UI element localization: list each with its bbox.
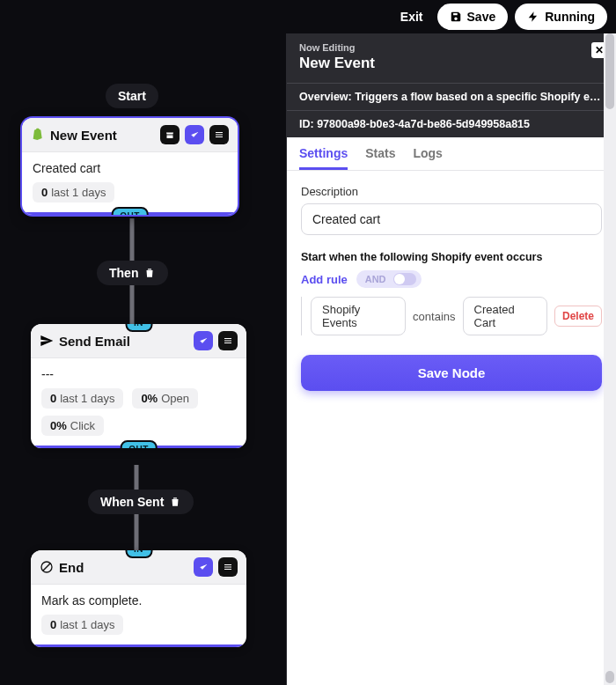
block-icon <box>40 560 54 574</box>
node-new-event[interactable]: New Event Created cart 0last 1 days Out <box>22 118 238 215</box>
rule-field-select[interactable]: Shopify Events <box>311 297 406 335</box>
node-action-menu-icon[interactable] <box>218 331 238 350</box>
send-icon <box>40 334 54 348</box>
node-metric: 0%Click <box>41 416 104 436</box>
port-in[interactable]: In <box>125 550 152 558</box>
node-description: Created cart <box>33 161 227 175</box>
add-rule-button[interactable]: Add rule <box>301 273 348 286</box>
node-body: Mark as complete. 0last 1 days <box>31 585 246 647</box>
node-end[interactable]: In End Mark as complete. 0last 1 days <box>31 550 246 647</box>
node-header: New Event <box>22 118 238 152</box>
panel-overview-row: Overview: Triggers a flow based on a spe… <box>287 83 616 110</box>
rule-delete-button[interactable]: Delete <box>554 306 602 327</box>
toggle-icon <box>393 273 416 285</box>
node-metric: 0%Open <box>132 388 198 409</box>
description-input[interactable] <box>301 203 602 235</box>
description-label: Description <box>301 185 602 198</box>
node-body: --- 0last 1 days 0%Open 0%Click Out <box>31 358 246 448</box>
trash-icon[interactable] <box>169 496 181 508</box>
node-description: Mark as complete. <box>41 593 236 608</box>
rule-value-select[interactable]: Created Cart <box>463 297 547 335</box>
node-editor-panel: Now Editing New Event ✕ Overview: Trigge… <box>286 33 616 685</box>
pill-when-sent-label: When Sent <box>100 495 164 509</box>
andor-toggle[interactable]: AND <box>356 270 422 288</box>
tab-logs[interactable]: Logs <box>413 146 442 170</box>
node-send-email[interactable]: In Send Email --- 0last 1 days 0%Open 0%… <box>31 324 246 448</box>
node-metric: 0last 1 days <box>41 388 123 409</box>
save-node-button[interactable]: Save Node <box>301 355 602 391</box>
topbar: Exit Save Running <box>0 0 616 33</box>
svg-line-1 <box>43 563 50 571</box>
bolt-icon <box>527 11 539 23</box>
node-action-check-icon[interactable] <box>194 331 213 350</box>
port-in[interactable]: In <box>125 324 152 332</box>
exit-link[interactable]: Exit <box>393 6 430 27</box>
pill-start-label: Start <box>118 89 146 103</box>
node-metric: 0last 1 days <box>41 615 123 635</box>
rule-operator: contains <box>413 310 455 323</box>
pill-then-label: Then <box>109 266 138 280</box>
node-body: Created cart 0last 1 days Out <box>22 152 238 215</box>
node-action-menu-icon[interactable] <box>209 125 229 144</box>
node-action-check-icon[interactable] <box>194 557 213 577</box>
scroll-thumb[interactable] <box>605 33 614 109</box>
node-title: End <box>59 560 188 575</box>
panel-header: Now Editing New Event ✕ <box>287 33 616 83</box>
pill-when-sent: When Sent <box>88 490 194 514</box>
panel-subtitle: Now Editing <box>299 42 604 53</box>
node-description: --- <box>41 367 236 381</box>
port-out[interactable]: Out <box>111 207 149 215</box>
panel-id-value: 97800a98-b0e3-4a7d-be86-5d949958a815 <box>317 118 530 130</box>
port-out[interactable]: Out <box>120 440 158 448</box>
node-title: New Event <box>50 128 155 143</box>
andor-label: AND <box>365 274 386 284</box>
panel-body: Description Start when the following Sho… <box>287 171 616 405</box>
trash-icon[interactable] <box>143 267 156 279</box>
pill-then: Then <box>97 261 168 285</box>
flow-canvas[interactable]: Start New Event Created cart <box>0 33 286 685</box>
node-action-shop-icon[interactable] <box>160 125 180 144</box>
panel-tabs: Settings Stats Logs <box>287 137 616 171</box>
panel-title: New Event <box>299 55 604 72</box>
node-title: Send Email <box>59 334 188 349</box>
node-action-menu-icon[interactable] <box>218 557 238 577</box>
save-button[interactable]: Save <box>437 4 509 30</box>
scrollbar[interactable] <box>604 33 616 685</box>
running-button[interactable]: Running <box>515 4 607 30</box>
node-metric: 0last 1 days <box>33 182 114 203</box>
scroll-thumb[interactable] <box>605 671 614 683</box>
rule-row: Shopify Events contains Created Cart Del… <box>301 297 602 335</box>
panel-id-row: ID: 97800a98-b0e3-4a7d-be86-5d949958a815 <box>287 110 616 137</box>
shopify-icon <box>31 128 45 142</box>
tab-stats[interactable]: Stats <box>365 146 395 170</box>
node-action-check-icon[interactable] <box>185 125 204 144</box>
tab-settings[interactable]: Settings <box>299 146 348 170</box>
running-button-label: Running <box>545 10 595 24</box>
rule-section-label: Start when the following Shopify event o… <box>301 251 602 263</box>
save-icon <box>450 11 462 23</box>
pill-start: Start <box>106 84 158 108</box>
save-button-label: Save <box>467 10 496 24</box>
